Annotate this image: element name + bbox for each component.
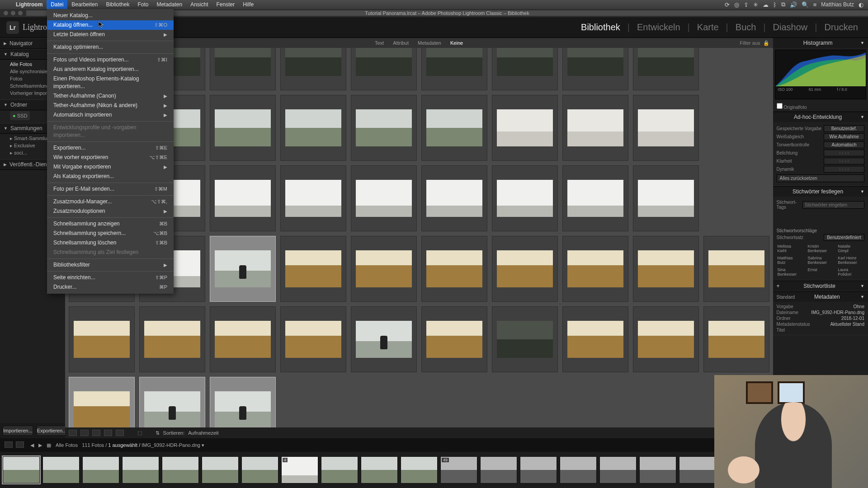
second-window-icon[interactable] [16, 441, 24, 448]
menu-item[interactable]: Foto per E-Mail senden...⇧⌘M [47, 184, 174, 194]
menu-item[interactable]: Schnellsammlung anzeigen⌘B [47, 219, 174, 229]
source-crumb[interactable]: Alle Fotos [56, 442, 78, 448]
menu-item[interactable]: Mit Vorgabe exportieren▶ [47, 162, 174, 172]
menu-fenster[interactable]: Fenster [212, 0, 239, 9]
grid-cell[interactable] [562, 95, 628, 161]
grid-cell[interactable] [492, 165, 558, 231]
menu-datei[interactable]: Datei [47, 0, 67, 9]
menu-hilfe[interactable]: Hilfe [239, 0, 258, 9]
grid-cell[interactable] [492, 306, 558, 372]
grid-cell[interactable] [492, 95, 558, 161]
grid-cell[interactable] [210, 306, 276, 372]
menu-item[interactable]: Tether-Aufnahme (Nikon & andere)▶ [47, 101, 174, 110]
menubar-icon[interactable]: ☁ [763, 1, 769, 8]
notificationcenter-icon[interactable]: ≡ [813, 1, 817, 8]
go-forward-icon[interactable]: ▶ [38, 442, 42, 448]
filmstrip-cell[interactable] [599, 456, 637, 483]
filmstrip-cell[interactable]: 49 [440, 456, 477, 483]
app-menu[interactable]: Lightroom [12, 0, 47, 9]
filter-tab-keine[interactable]: Keine [450, 40, 463, 46]
menu-item[interactable]: Schnellsammlung löschen⇧⌘B [47, 238, 174, 248]
grid-cell[interactable] [280, 236, 346, 302]
metadata-value[interactable]: 2018-12-01 [841, 316, 864, 321]
keyword-suggestion[interactable]: Kristin Benkesser [807, 244, 831, 253]
main-window-icon[interactable] [5, 441, 13, 448]
menu-item[interactable]: Fotos und Videos importieren...⇧⌘I [47, 55, 174, 65]
grid-cell[interactable] [633, 95, 699, 161]
spotlight-icon[interactable]: 🔍 [802, 1, 809, 8]
import-button[interactable]: Importieren... [3, 426, 33, 436]
menu-foto[interactable]: Foto [133, 0, 152, 9]
metadata-value[interactable]: Ohne [854, 304, 864, 309]
menu-item[interactable]: Zusatzmodul-Manager...⌥⇧⌘, [47, 197, 174, 206]
grid-cell[interactable] [703, 306, 769, 372]
grid-cell[interactable] [351, 95, 417, 161]
filmstrip-cell[interactable] [162, 456, 199, 483]
filmstrip-cell[interactable] [639, 456, 676, 483]
minimize-window[interactable] [11, 11, 15, 15]
filter-lock-icon[interactable]: 🔒 [763, 40, 769, 46]
grid-cell[interactable] [562, 236, 628, 302]
clarity-stepper[interactable]: ‹ ‹ › › [824, 158, 864, 164]
grid-cell[interactable] [280, 48, 346, 90]
filmstrip-cell[interactable] [241, 456, 278, 483]
grid-cell[interactable] [421, 236, 487, 302]
export-button[interactable]: Exportieren... [37, 426, 67, 436]
grid-cell[interactable] [421, 48, 487, 90]
compare-view-icon[interactable] [92, 430, 100, 436]
filmstrip-cell[interactable] [560, 456, 597, 483]
menu-item[interactable]: Einen Photoshop Elements-Katalog importi… [47, 74, 174, 91]
filter-tab-metadaten[interactable]: Metadaten [418, 40, 441, 46]
filmstrip-cell[interactable] [480, 456, 517, 483]
go-back-icon[interactable]: ◀ [30, 442, 34, 448]
grid-cell[interactable] [280, 95, 346, 161]
grid-cell[interactable] [280, 165, 346, 231]
menu-ansicht[interactable]: Ansicht [186, 0, 212, 9]
adhoc-panel-header[interactable]: Ad-hoc-Entwicklung ▼ [773, 112, 868, 122]
grid-cell[interactable] [351, 48, 417, 90]
grid-cell[interactable] [210, 165, 276, 231]
add-keyword-icon[interactable]: + [777, 283, 780, 289]
metadata-value[interactable]: Aktuellster Stand [830, 322, 864, 327]
menu-item[interactable]: Drucker...⌘P [47, 282, 174, 292]
grid-cell[interactable] [633, 48, 699, 90]
menubar-username[interactable]: Matthias Butz [821, 1, 854, 8]
volume-row[interactable]: ● SSD [10, 111, 30, 120]
grid-cell[interactable] [633, 306, 699, 372]
reset-all-button[interactable]: Alles zurücksetzen [777, 174, 864, 182]
menu-item[interactable]: Neuer Katalog... [47, 11, 174, 20]
originalfoto-checkbox[interactable] [777, 103, 783, 109]
module-diashow[interactable]: Diashow [773, 22, 808, 33]
keyword-suggestion[interactable]: Ernst [807, 267, 831, 277]
exposure-stepper[interactable]: ‹ ‹ › › [824, 150, 864, 156]
histogram-panel-header[interactable]: Histogramm ▼ [773, 38, 868, 48]
filmstrip-cell[interactable] [122, 456, 159, 483]
grid-cell[interactable] [421, 306, 487, 372]
filmstrip-cell[interactable] [42, 456, 80, 483]
menu-item[interactable]: Wie vorher exportieren⌥⇧⌘E [47, 153, 174, 162]
menu-bearbeiten[interactable]: Bearbeiten [67, 0, 102, 9]
menu-metadaten[interactable]: Metadaten [152, 0, 186, 9]
filters-off-label[interactable]: Filter aus [740, 40, 760, 46]
loupe-view-icon[interactable] [80, 430, 89, 436]
grid-cell[interactable] [492, 236, 558, 302]
keyword-suggestion[interactable]: Natalie Gimpl [838, 244, 862, 253]
keywording-panel-header[interactable]: Stichwörter festlegen ▼ [773, 187, 868, 197]
sort-field[interactable]: Aufnahmezeit [188, 430, 218, 436]
menu-item[interactable]: Exportieren...⇧⌘E [47, 143, 174, 153]
menubar-icon[interactable]: ⟳ [725, 1, 730, 8]
wifi-icon[interactable]: ⧉ [781, 1, 785, 8]
keyword-suggestion[interactable]: Sina Benkesser [778, 267, 802, 277]
grid-cell[interactable] [703, 236, 769, 302]
keyword-set-dropdown[interactable]: Benutzerdefiniert [824, 234, 864, 241]
module-karte[interactable]: Karte [697, 22, 719, 33]
preset-dropdown[interactable]: Benutzerdef. [824, 125, 864, 132]
module-drucken[interactable]: Drucken [825, 22, 858, 33]
filmstrip-cell[interactable] [202, 456, 239, 483]
metadata-value[interactable]: IMG_9392-HDR-Pano.dng [811, 310, 864, 315]
filmstrip-cell[interactable] [82, 456, 119, 483]
keyword-tags-input[interactable] [802, 201, 864, 209]
grid-cell[interactable] [69, 306, 135, 372]
keyword-suggestion[interactable]: Sabrina Benkesser [807, 256, 831, 265]
menu-item[interactable]: Tether-Aufnahme (Canon)▶ [47, 91, 174, 101]
